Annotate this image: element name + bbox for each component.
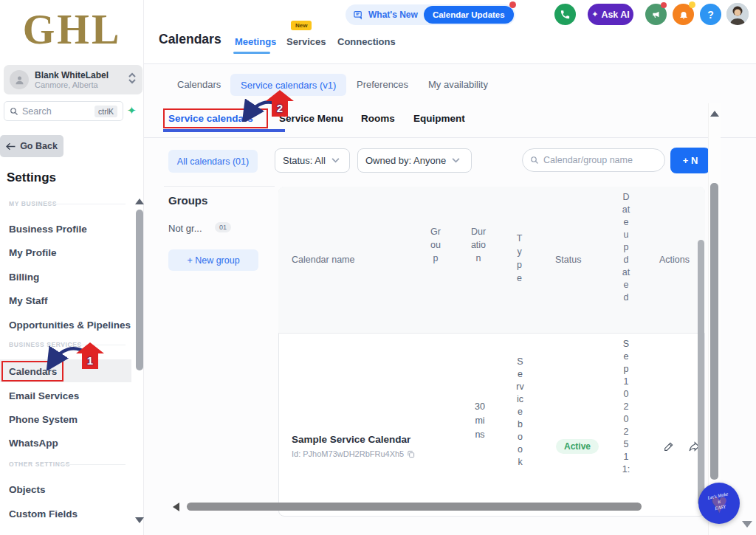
calendar-name-search[interactable] [522, 148, 665, 172]
subtab-my-availability[interactable]: My availability [428, 79, 488, 90]
hscroll-left-icon[interactable] [173, 503, 179, 511]
question-icon: ? [707, 9, 714, 21]
scroll-down-icon[interactable] [742, 521, 752, 528]
status-filter-dropdown[interactable]: Status: All [275, 148, 350, 173]
page-scrollbar-thumb[interactable] [710, 183, 718, 480]
page-scroll-up-icon[interactable] [710, 111, 719, 117]
sidebar-item-whatsapp[interactable]: WhatsApp [9, 438, 58, 449]
column-header-actions: Actions [659, 255, 690, 265]
go-back-button[interactable]: Go Back [0, 135, 63, 157]
sidebar-scrollbar-thumb[interactable] [136, 210, 143, 370]
subtab-calendars[interactable]: Calendars [177, 79, 221, 90]
divider [144, 137, 756, 138]
sidebar-item-custom-fields[interactable]: Custom Fields [9, 508, 78, 520]
owned-by-filter-dropdown[interactable]: Owned by: Anyone [357, 148, 472, 173]
calendar-updates-button[interactable]: Calendar Updates [424, 6, 514, 24]
account-avatar-icon [10, 70, 29, 89]
bell-icon [678, 10, 689, 20]
groups-title: Groups [168, 194, 207, 207]
top-bar: Calendars Meetings Services New Connecti… [144, 0, 756, 64]
avatar-photo [726, 3, 749, 25]
search-icon [10, 107, 18, 116]
sidebar-item-email-services[interactable]: Email Services [9, 390, 79, 401]
column-header-status: Status [555, 255, 581, 265]
column-header-type: Type [515, 232, 524, 285]
divider [59, 464, 126, 465]
account-name: Blank WhiteLabel [35, 70, 128, 80]
service-tab-rooms[interactable]: Rooms [361, 113, 395, 124]
column-header-calendar-name: Calendar name [292, 255, 354, 265]
whats-new-icon [353, 10, 364, 21]
search-shortcut-badge: ctrlK [94, 106, 117, 117]
account-location: Canmore, Alberta [35, 80, 128, 89]
all-calendars-filter[interactable]: All calendars (01) [168, 150, 258, 173]
ask-ai-button[interactable]: ✦ Ask AI [588, 4, 633, 25]
sidebar-scroll-up-icon[interactable] [135, 199, 144, 204]
pencil-icon [663, 441, 675, 452]
sidebar-search[interactable]: ctrlK [4, 101, 123, 121]
settings-title: Settings [7, 170, 56, 185]
page-title: Calendars [159, 32, 221, 47]
phone-button[interactable] [554, 4, 576, 25]
column-header-date-updated: Date updated [622, 191, 630, 304]
whats-new-container[interactable]: What's New Calendar Updates [346, 4, 515, 25]
column-header-group: Group [430, 225, 441, 265]
subtab-preferences[interactable]: Preferences [357, 79, 408, 90]
subtab-service-calendars-v1[interactable]: Service calendars (v1) [230, 74, 346, 96]
sparkle-icon: ✦ [591, 10, 598, 19]
new-feature-badge: New [291, 21, 312, 30]
calendar-row-duration: 30 mins [473, 400, 487, 442]
notifications-button[interactable] [673, 4, 694, 25]
chevron-down-icon [452, 158, 460, 163]
sidebar-item-opportunities-pipelines[interactable]: Opportunities & Pipelines [9, 320, 131, 331]
account-switcher[interactable]: Blank WhiteLabel Canmore, Alberta [4, 65, 142, 94]
search-icon [530, 156, 539, 165]
tab-services[interactable]: Services [286, 36, 326, 47]
brand-logo: GHL [0, 6, 144, 53]
app-window: GHL Blank WhiteLabel Canmore, Alberta ct… [0, 0, 756, 535]
sidebar-scroll-down-icon[interactable] [135, 517, 144, 523]
calendar-row-date-updated: Sep 10 2025 11: [622, 338, 630, 476]
column-header-duration: Duration [470, 225, 487, 265]
calendar-row-name[interactable]: Sample Service Calendar [292, 434, 410, 445]
notification-dot [509, 1, 516, 8]
tab-connections[interactable]: Connections [337, 36, 396, 47]
new-calendar-button[interactable]: + N [670, 148, 710, 173]
phone-icon [560, 9, 571, 20]
announcements-button[interactable] [645, 4, 667, 25]
help-button[interactable]: ? [700, 4, 721, 25]
megaphone-icon [651, 10, 662, 20]
copy-icon[interactable] [407, 450, 415, 458]
search-input[interactable] [22, 106, 81, 117]
sidebar-item-my-profile[interactable]: My Profile [9, 247, 57, 258]
sidebar-item-my-staff[interactable]: My Staff [9, 295, 48, 306]
sidebar-item-phone-system[interactable]: Phone System [9, 414, 78, 425]
active-tab-underline [233, 52, 270, 54]
active-service-tab-underline [163, 129, 285, 132]
service-tab-equipment[interactable]: Equipment [413, 113, 465, 124]
account-chevrons-icon [128, 72, 137, 88]
calendar-row-id: Id: PJhoM73wDH2RbFRu4Xh5 [292, 449, 415, 458]
table-scrollbar-thumb[interactable] [698, 240, 704, 505]
sidebar-item-billing[interactable]: Billing [9, 272, 39, 283]
sidebar-item-objects[interactable]: Objects [9, 484, 46, 495]
notification-dot [661, 2, 667, 8]
chevron-down-icon [331, 158, 340, 163]
service-tab-service-menu[interactable]: Service Menu [279, 113, 343, 124]
back-arrow-icon [6, 142, 16, 151]
calendar-search-input[interactable] [543, 155, 654, 165]
lets-make-it-easy-badge[interactable]: ♥ Let's Make it EASY [698, 483, 740, 524]
new-group-button[interactable]: + New group [168, 249, 258, 271]
edit-calendar-button[interactable] [663, 441, 675, 455]
user-avatar[interactable] [726, 3, 749, 25]
group-item-not-grouped[interactable]: Not gr... [168, 223, 202, 234]
horizontal-scrollbar-thumb[interactable] [187, 503, 642, 511]
notification-dot [689, 1, 695, 8]
tab-meetings[interactable]: Meetings [235, 36, 276, 47]
group-count-badge: 01 [215, 222, 231, 232]
calendar-row-type: Servicebook [516, 356, 524, 469]
whats-new-label: What's New [368, 10, 418, 20]
sidebar-item-business-profile[interactable]: Business Profile [9, 224, 87, 235]
divider [46, 204, 126, 204]
ai-spark-icon[interactable]: ✦ [127, 104, 137, 117]
